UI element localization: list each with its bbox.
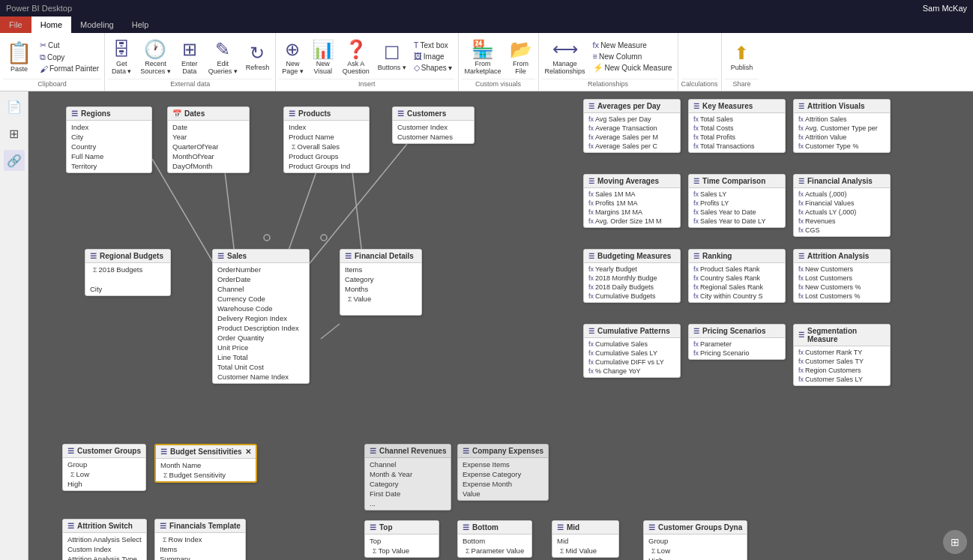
budgeting-measures-fields: fxYearly Budget fx2018 Monthly Budge fx2… xyxy=(584,263,680,302)
canvas[interactable]: ☰ Regions Index City Country Full Name T… xyxy=(28,91,973,560)
ask-question-button[interactable]: ❓ Ask AQuestion xyxy=(340,37,373,76)
close-icon[interactable]: ✕ xyxy=(245,448,251,456)
measure-cumulative-patterns[interactable]: ☰ Cumulative Patterns fxCumulative Sales… xyxy=(583,324,681,378)
table-bottom[interactable]: ☰ Bottom Bottom ΣParameter Value xyxy=(457,520,532,558)
tab-file[interactable]: File xyxy=(0,16,31,33)
company-expenses-fields: Expense Items Expense Category Expense M… xyxy=(458,458,548,500)
measure-field: fxCumulative Budgets xyxy=(584,292,680,301)
sidebar-icon-data[interactable]: ⊞ xyxy=(4,123,25,144)
dates-fields: Date Year QuarterOfYear MonthOfYear DayO… xyxy=(168,121,249,172)
table-top[interactable]: ☰ Top Top ΣTop Value xyxy=(364,520,439,558)
measure-ranking[interactable]: ☰ Ranking fxProduct Sales Rank fxCountry… xyxy=(688,249,786,303)
measure-field: fxTotal Costs xyxy=(689,124,785,133)
from-marketplace-button[interactable]: 🏪 FromMarketplace xyxy=(462,37,504,76)
table-customers[interactable]: ☰ Customers Customer Index Customer Name… xyxy=(392,106,475,144)
channel-revenues-header: ☰ Channel Revenues xyxy=(365,445,451,458)
table-channel-revenues[interactable]: ☰ Channel Revenues Channel Month & Year … xyxy=(364,444,451,511)
sales-fields: OrderNumber OrderDate Channel Currency C… xyxy=(213,263,309,383)
measure-budgeting-measures[interactable]: ☰ Budgeting Measures fxYearly Budget fx2… xyxy=(583,249,681,303)
field-item: Territory xyxy=(67,161,151,171)
table-dates[interactable]: 📅 Dates Date Year QuarterOfYear MonthOfY… xyxy=(167,106,250,173)
shapes-button[interactable]: ◇ Shapes ▾ xyxy=(412,62,455,73)
measure-field: fxTotal Sales xyxy=(689,115,785,124)
enter-data-button[interactable]: ⊞ EnterData xyxy=(176,37,203,76)
cut-button[interactable]: ✂ Cut xyxy=(37,40,101,51)
new-column-button[interactable]: ≡ New Column xyxy=(591,51,675,61)
format-painter-button[interactable]: 🖌 Format Painter xyxy=(37,64,101,74)
regions-title: Regions xyxy=(81,109,110,118)
measure-field: fx2018 Monthly Budge xyxy=(584,274,680,283)
table-customer-groups[interactable]: ☰ Customer Groups Group ΣLow High xyxy=(62,444,146,491)
measure-moving-averages[interactable]: ☰ Moving Averages fxSales 1M MA fxProfit… xyxy=(583,174,681,228)
table-financial-details[interactable]: ☰ Financial Details Items Category Month… xyxy=(340,249,422,316)
new-visual-button[interactable]: 📊 NewVisual xyxy=(309,37,337,76)
measure-attrition-analysis[interactable]: ☰ Attrition Analysis fxNew Customers fxL… xyxy=(793,249,891,303)
clipboard-label: Clipboard xyxy=(3,79,101,89)
text-box-button[interactable]: T Text box xyxy=(412,40,455,50)
table-attrition-switch[interactable]: ☰ Attrition Switch Attrition Analysis Se… xyxy=(62,519,147,560)
get-data-button[interactable]: 🗄 GetData ▾ xyxy=(108,37,135,76)
attrition-switch-title: Attrition Switch xyxy=(77,522,133,530)
ranking-fields: fxProduct Sales Rank fxCountry Sales Ran… xyxy=(689,263,785,302)
top-header: ☰ Top xyxy=(365,521,439,535)
measure-segmentation-measure[interactable]: ☰ Segmentation Measure fxCustomer Rank T… xyxy=(793,324,891,386)
moving-averages-header: ☰ Moving Averages xyxy=(584,175,680,188)
manage-relationships-button[interactable]: ⟷ ManageRelationships xyxy=(542,37,588,76)
pricing-scenarios-title: Pricing Scenarios xyxy=(702,327,765,335)
measure-field: fxLost Customers xyxy=(794,274,890,283)
table-financials-template[interactable]: ☰ Financials Template ΣRow Index Items S… xyxy=(154,519,246,560)
table-sales[interactable]: ☰ Sales OrderNumber OrderDate Channel Cu… xyxy=(212,249,310,384)
measure-financial-analysis[interactable]: ☰ Financial Analysis fxActuals (,000) fx… xyxy=(793,174,891,237)
measure-field: fxTotal Profits xyxy=(689,133,785,142)
measure-field: fxCustomer Rank TY xyxy=(794,348,890,357)
attrition-analysis-title: Attrition Analysis xyxy=(807,252,869,260)
time-comparison-header: ☰ Time Comparison xyxy=(689,175,785,188)
field-item: High xyxy=(644,556,747,560)
paste-button[interactable]: 📋 Paste xyxy=(3,39,35,74)
measure-field: fxParameter xyxy=(689,340,785,349)
copy-button[interactable]: ⧉ Copy xyxy=(37,52,101,63)
measure-averages-per-day[interactable]: ☰ Averages per Day fxAvg Sales per Day f… xyxy=(583,99,681,153)
new-quick-measure-button[interactable]: ⚡ New Quick Measure xyxy=(591,62,675,73)
publish-button[interactable]: ⬆ Publish xyxy=(725,41,759,73)
tab-help[interactable]: Help xyxy=(123,16,158,33)
field-item: Full Name xyxy=(67,151,151,161)
refresh-button[interactable]: ↻ Refresh xyxy=(243,41,273,73)
measure-field: fxProfits 1M MA xyxy=(584,199,680,208)
table-budget-sensitivities[interactable]: ☰ Budget Sensitivities ✕ Month Name ΣBud… xyxy=(154,444,257,483)
financial-details-fields: Items Category Months ΣValue xyxy=(340,263,421,315)
recent-sources-button[interactable]: 🕐 RecentSources ▾ xyxy=(137,37,174,76)
field-item: Product Description Index xyxy=(213,323,309,333)
edit-queries-button[interactable]: ✎ EditQueries ▾ xyxy=(205,37,241,76)
table-mid[interactable]: ☰ Mid Mid ΣMid Value xyxy=(552,520,619,558)
table-regional-budgets[interactable]: ☰ Regional Budgets Σ2018 Budgets City xyxy=(85,249,171,296)
tab-modeling[interactable]: Modeling xyxy=(71,16,123,33)
measure-time-comparison[interactable]: ☰ Time Comparison fxSales LY fxProfits L… xyxy=(688,174,786,228)
field-item: OrderDate xyxy=(213,274,309,284)
field-item: Bottom xyxy=(458,536,531,546)
attrition-visuals-fields: fxAttrition Sales fxAvg. Customer Type p… xyxy=(794,113,890,152)
table-products[interactable]: ☰ Products Index Product Name ΣOverall S… xyxy=(283,106,370,173)
table-customer-groups-dyna[interactable]: ☰ Customer Groups Dyna Group ΣLow High xyxy=(643,520,747,560)
buttons-button[interactable]: ☐ Buttons ▾ xyxy=(375,41,409,73)
measure-pricing-scenarios[interactable]: ☰ Pricing Scenarios fxParameter fxPricin… xyxy=(688,324,786,360)
sidebar-icon-report[interactable]: 📄 xyxy=(4,96,25,117)
financials-template-fields: ΣRow Index Items Summary xyxy=(155,533,245,560)
company-expenses-title: Company Expenses xyxy=(472,447,543,455)
measure-key-measures[interactable]: ☰ Key Measures fxTotal Sales fxTotal Cos… xyxy=(688,99,786,153)
financials-template-header: ☰ Financials Template xyxy=(155,520,245,533)
new-page-button[interactable]: ⊕ NewPage ▾ xyxy=(279,37,307,76)
new-measure-button[interactable]: fx New Measure xyxy=(591,40,675,50)
table-regions[interactable]: ☰ Regions Index City Country Full Name T… xyxy=(66,106,152,173)
image-button[interactable]: 🖼 Image xyxy=(412,51,455,61)
from-file-button[interactable]: 📂 FromFile xyxy=(507,37,535,76)
sidebar-icon-model[interactable]: 🔗 xyxy=(4,150,25,171)
segmentation-measure-header: ☰ Segmentation Measure xyxy=(794,325,890,346)
measure-attrition-visuals[interactable]: ☰ Attrition Visuals fxAttrition Sales fx… xyxy=(793,99,891,153)
tab-home[interactable]: Home xyxy=(31,16,71,33)
field-item: ... xyxy=(365,499,451,508)
field-item: Index xyxy=(67,122,151,132)
measure-field: fxAverage Sales per M xyxy=(584,133,680,142)
attrition-analysis-fields: fxNew Customers fxLost Customers fxNew C… xyxy=(794,263,890,302)
table-company-expenses[interactable]: ☰ Company Expenses Expense Items Expense… xyxy=(457,444,549,501)
